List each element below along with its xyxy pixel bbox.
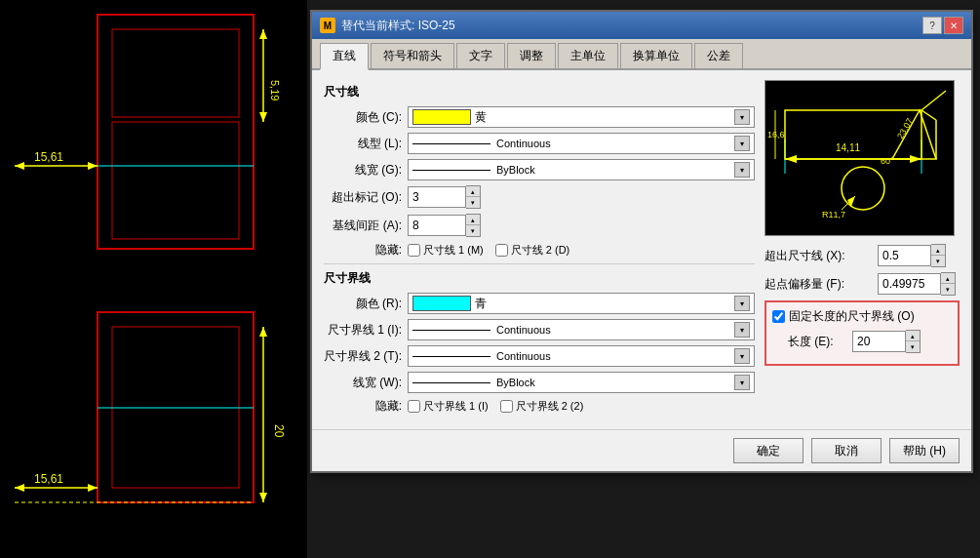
dialog-close-btn[interactable]: ✕ bbox=[944, 17, 963, 34]
origin-offset-down[interactable]: ▾ bbox=[941, 284, 955, 295]
left-panel: 尺寸线 颜色 (C): 黄 ▾ 线型 (L): bbox=[324, 80, 755, 419]
extline-suppress1-text: 尺寸界线 1 (I) bbox=[423, 399, 489, 414]
svg-text:5,19: 5,19 bbox=[269, 80, 281, 100]
fixed-length-box: 固定长度的尺寸界线 (O) 长度 (E): 20 ▴ ▾ bbox=[764, 300, 960, 366]
origin-offset-input[interactable]: 0.49975 bbox=[878, 273, 941, 295]
dimline-suppress2-label[interactable]: 尺寸线 2 (D) bbox=[495, 243, 570, 258]
extend-row: 超出尺寸线 (X): 0.5 ▴ ▾ bbox=[764, 244, 960, 267]
extline-color-swatch bbox=[412, 296, 471, 311]
ok-button[interactable]: 确定 bbox=[733, 438, 804, 463]
length-label: 长度 (E): bbox=[788, 334, 846, 350]
fixed-length-label: 固定长度的尺寸界线 (O) bbox=[789, 308, 915, 325]
dimline-linetype-label: 线型 (L): bbox=[324, 136, 402, 152]
dimline-baseline-input[interactable]: 8 bbox=[408, 215, 466, 236]
tab-adjust[interactable]: 调整 bbox=[507, 43, 556, 68]
extline-linewidth-select[interactable]: ByBlock ▾ bbox=[408, 372, 755, 393]
extline-color-arrow[interactable]: ▾ bbox=[734, 296, 750, 311]
tab-symbols[interactable]: 符号和箭头 bbox=[371, 43, 454, 68]
extline1-arrow[interactable]: ▾ bbox=[734, 322, 750, 338]
extline2-label: 尺寸界线 2 (T): bbox=[324, 348, 402, 365]
dimline-offset-down[interactable]: ▾ bbox=[466, 197, 480, 208]
extline-linewidth-value: ByBlock bbox=[496, 377, 535, 388]
extline1-label: 尺寸界线 1 (I): bbox=[324, 322, 402, 339]
extend-spinbtns: ▴ ▾ bbox=[931, 244, 946, 267]
tab-tolerance[interactable]: 公差 bbox=[694, 43, 743, 68]
length-spinner: 20 ▴ ▾ bbox=[852, 330, 921, 353]
extline-suppress1-label[interactable]: 尺寸界线 1 (I) bbox=[408, 399, 489, 414]
svg-text:20: 20 bbox=[272, 424, 286, 438]
extline-color-select[interactable]: 青 ▾ bbox=[408, 293, 755, 314]
tab-alternate[interactable]: 换算单位 bbox=[620, 43, 692, 68]
dimline-linewidth-row: 线宽 (G): ByBlock ▾ bbox=[324, 159, 755, 180]
dimline-baseline-label: 基线间距 (A): bbox=[324, 218, 402, 234]
cancel-button[interactable]: 取消 bbox=[811, 438, 882, 463]
dimline-color-arrow[interactable]: ▾ bbox=[734, 109, 750, 125]
dialog-content: 尺寸线 颜色 (C): 黄 ▾ 线型 (L): bbox=[312, 70, 971, 429]
svg-text:15,61: 15,61 bbox=[34, 472, 63, 486]
dimline-color-label: 颜色 (C): bbox=[324, 109, 402, 126]
extend-up[interactable]: ▴ bbox=[931, 245, 945, 256]
origin-offset-label: 起点偏移量 (F): bbox=[764, 276, 872, 293]
origin-offset-up[interactable]: ▴ bbox=[941, 273, 955, 284]
dimline-color-select[interactable]: 黄 ▾ bbox=[408, 106, 755, 128]
extension-line-header: 尺寸界线 bbox=[324, 270, 755, 287]
extline-suppress-row: 隐藏: 尺寸界线 1 (I) 尺寸界线 2 (2) bbox=[324, 398, 755, 415]
length-input[interactable]: 20 bbox=[852, 331, 906, 352]
extline1-line bbox=[412, 330, 490, 331]
extend-input[interactable]: 0.5 bbox=[878, 245, 931, 266]
extline-suppress-label: 隐藏: bbox=[324, 398, 402, 415]
tab-primary[interactable]: 主单位 bbox=[558, 43, 618, 68]
extline2-arrow[interactable]: ▾ bbox=[734, 348, 750, 364]
svg-text:15,61: 15,61 bbox=[34, 150, 63, 164]
extline-linewidth-line bbox=[412, 382, 490, 383]
svg-rect-2 bbox=[112, 122, 239, 239]
dimline-baseline-up[interactable]: ▴ bbox=[466, 215, 480, 225]
fixed-length-checkbox[interactable] bbox=[772, 310, 785, 323]
svg-marker-38 bbox=[847, 196, 855, 207]
dimline-offset-spinner: 3 ▴ ▾ bbox=[408, 185, 481, 209]
extend-spinner: 0.5 ▴ ▾ bbox=[878, 244, 946, 267]
dimline-linetype-select[interactable]: Continuous ▾ bbox=[408, 133, 755, 154]
extend-down[interactable]: ▾ bbox=[931, 256, 945, 266]
dialog-help-btn[interactable]: ? bbox=[922, 17, 942, 34]
dimline-baseline-down[interactable]: ▾ bbox=[466, 225, 480, 236]
dimline-offset-up[interactable]: ▴ bbox=[466, 186, 480, 197]
dimline-suppress-row: 隐藏: 尺寸线 1 (M) 尺寸线 2 (D) bbox=[324, 242, 755, 259]
extline-suppress2-checkbox[interactable] bbox=[500, 400, 513, 413]
extline-color-value: 青 bbox=[475, 296, 487, 312]
svg-line-31 bbox=[921, 110, 936, 120]
tab-linetype[interactable]: 直线 bbox=[320, 43, 369, 70]
dimline-suppress1-label[interactable]: 尺寸线 1 (M) bbox=[408, 243, 484, 258]
dimline-linewidth-select[interactable]: ByBlock ▾ bbox=[408, 159, 755, 180]
dimline-suppress1-text: 尺寸线 1 (M) bbox=[423, 243, 484, 258]
dimline-linetype-line bbox=[412, 143, 490, 144]
dimline-suppress-group: 尺寸线 1 (M) 尺寸线 2 (D) bbox=[408, 243, 569, 258]
dimline-offset-row: 超出标记 (O): 3 ▴ ▾ bbox=[324, 185, 755, 209]
extline2-select[interactable]: Continuous ▾ bbox=[408, 345, 755, 367]
svg-marker-5 bbox=[15, 162, 24, 170]
dimension-line-header: 尺寸线 bbox=[324, 84, 755, 100]
help-button[interactable]: 帮助 (H) bbox=[889, 438, 960, 463]
dimline-offset-input[interactable]: 3 bbox=[408, 186, 466, 208]
dialog-icon: M bbox=[320, 18, 335, 33]
extline-suppress-group: 尺寸界线 1 (I) 尺寸界线 2 (2) bbox=[408, 399, 583, 414]
length-row: 长度 (E): 20 ▴ ▾ bbox=[772, 330, 952, 353]
extline2-value: Continuous bbox=[496, 350, 551, 362]
dimline-linetype-arrow[interactable]: ▾ bbox=[734, 136, 750, 151]
length-up[interactable]: ▴ bbox=[906, 331, 920, 341]
extline1-select[interactable]: Continuous ▾ bbox=[408, 319, 755, 340]
dimline-linewidth-arrow[interactable]: ▾ bbox=[734, 162, 750, 178]
dimline-suppress2-checkbox[interactable] bbox=[495, 244, 508, 257]
extline-linewidth-arrow[interactable]: ▾ bbox=[734, 375, 750, 390]
dimline-baseline-spinbtns: ▴ ▾ bbox=[466, 214, 481, 237]
length-down[interactable]: ▾ bbox=[906, 341, 920, 352]
dimline-suppress1-checkbox[interactable] bbox=[408, 244, 420, 257]
extline-suppress1-checkbox[interactable] bbox=[408, 400, 420, 413]
dimline-linewidth-value: ByBlock bbox=[496, 164, 535, 176]
extline-suppress2-label[interactable]: 尺寸界线 2 (2) bbox=[500, 399, 584, 414]
tab-text[interactable]: 文字 bbox=[456, 43, 505, 68]
svg-marker-6 bbox=[88, 162, 98, 170]
svg-marker-20 bbox=[259, 327, 267, 337]
dimline-linewidth-line bbox=[412, 170, 490, 171]
cad-drawing-area: 15,61 5,19 15,61 20 bbox=[0, 0, 307, 558]
